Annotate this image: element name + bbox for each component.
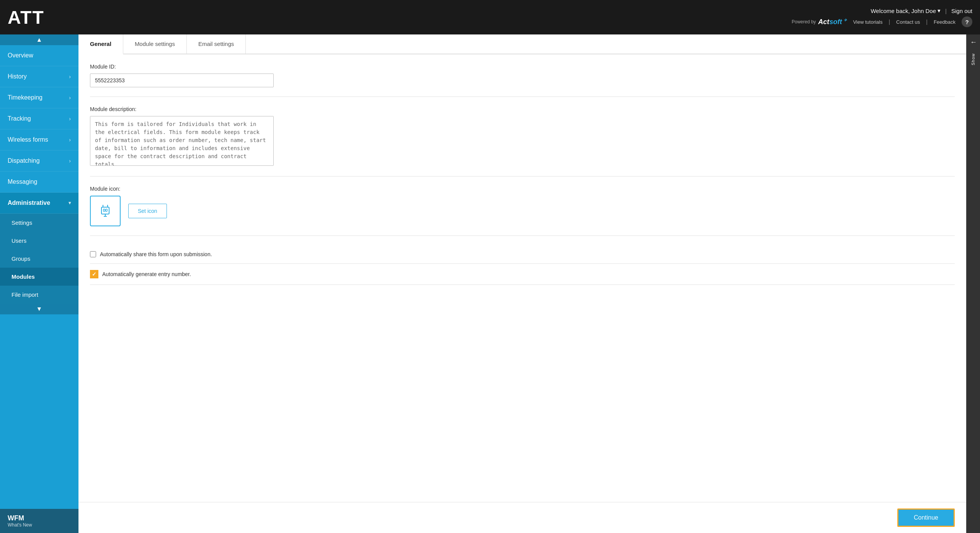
chevron-right-icon: ›	[69, 158, 71, 164]
actsoft-logo: Actsoft ✈	[818, 18, 847, 26]
tab-module-settings[interactable]: Module settings	[123, 34, 187, 54]
form-content: Module ID: Module description: This form…	[78, 54, 966, 502]
sidebar-sub-groups[interactable]: Groups	[0, 250, 78, 268]
sidebar-item-overview[interactable]: Overview	[0, 45, 78, 66]
chevron-right-icon: ›	[69, 95, 71, 101]
sidebar-item-dispatching[interactable]: Dispatching ›	[0, 150, 78, 172]
powered-by: Powered by Actsoft ✈	[792, 18, 847, 26]
form-footer: Continue	[78, 502, 966, 533]
checkbox-entry-row: Automatically generate entry number.	[90, 264, 955, 285]
app-logo: ATT	[8, 7, 44, 28]
svg-rect-6	[106, 209, 107, 211]
plug-icon	[95, 201, 115, 221]
sidebar-footer: WFM What's New	[0, 509, 78, 533]
sidebar-sub-file-import[interactable]: File import	[0, 286, 78, 304]
header-right: Welcome back, John Doe ▾ | Sign out Powe…	[792, 7, 972, 27]
header-bottom-row: Powered by Actsoft ✈ View tutorials | Co…	[792, 16, 972, 27]
content-area: General Module settings Email settings M…	[78, 34, 966, 533]
help-button[interactable]: ?	[962, 16, 972, 27]
view-tutorials-link[interactable]: View tutorials	[853, 19, 882, 25]
auto-share-checkbox[interactable]	[90, 251, 96, 257]
checkbox-share-row: Automatically share this form upon submi…	[90, 245, 955, 264]
header: ATT Welcome back, John Doe ▾ | Sign out …	[0, 0, 980, 34]
sidebar: ▲ Overview History › Timekeeping › Track…	[0, 34, 78, 533]
svg-rect-5	[103, 209, 105, 211]
module-icon-label: Module icon:	[90, 186, 955, 192]
header-top-row: Welcome back, John Doe ▾ | Sign out	[871, 7, 972, 14]
module-id-label: Module ID:	[90, 64, 955, 70]
show-label: Show	[971, 50, 975, 69]
module-description-section: Module description: This form is tailore…	[90, 106, 955, 177]
sidebar-item-tracking[interactable]: Tracking ›	[0, 108, 78, 129]
module-description-label: Module description:	[90, 106, 955, 112]
header-divider1: |	[945, 8, 947, 14]
module-id-section: Module ID:	[90, 64, 955, 97]
module-icon-section: Module icon:	[90, 186, 955, 236]
welcome-user[interactable]: Welcome back, John Doe ▾	[871, 7, 941, 14]
chevron-right-icon: ›	[69, 137, 71, 143]
chevron-right-icon: ›	[69, 116, 71, 122]
auto-entry-label: Automatically generate entry number.	[102, 271, 191, 277]
tab-email-settings[interactable]: Email settings	[187, 34, 246, 54]
auto-entry-checkbox[interactable]	[90, 270, 98, 278]
chevron-right-icon: ›	[69, 74, 71, 80]
sidebar-item-administrative[interactable]: Administrative ▾	[0, 193, 78, 214]
sign-out-link[interactable]: Sign out	[951, 8, 972, 14]
main-layout: ▲ Overview History › Timekeeping › Track…	[0, 34, 980, 533]
right-panel: ← Show	[966, 34, 980, 533]
sidebar-item-history[interactable]: History ›	[0, 66, 78, 87]
sidebar-sub-modules[interactable]: Modules	[0, 268, 78, 286]
sidebar-sub-settings[interactable]: Settings	[0, 214, 78, 232]
module-icon-container: Set icon	[90, 196, 955, 226]
tab-general[interactable]: General	[78, 34, 123, 54]
auto-share-label: Automatically share this form upon submi…	[100, 251, 212, 257]
set-icon-button[interactable]: Set icon	[128, 204, 167, 218]
sidebar-scroll-up[interactable]: ▲	[0, 34, 78, 45]
continue-button[interactable]: Continue	[897, 508, 955, 527]
module-description-textarea[interactable]: This form is tailored for Individuals th…	[90, 116, 274, 166]
svg-rect-0	[101, 207, 109, 214]
sidebar-item-messaging[interactable]: Messaging	[0, 172, 78, 193]
module-icon-box	[90, 196, 121, 226]
right-panel-arrow[interactable]: ←	[966, 34, 980, 50]
chevron-down-icon: ▾	[69, 200, 71, 206]
tabs-bar: General Module settings Email settings	[78, 34, 966, 54]
contact-us-link[interactable]: Contact us	[896, 19, 920, 25]
sidebar-scroll-down[interactable]: ▼	[0, 304, 78, 314]
sidebar-item-timekeeping[interactable]: Timekeeping ›	[0, 87, 78, 108]
module-id-input[interactable]	[90, 74, 274, 87]
sidebar-item-wireless-forms[interactable]: Wireless forms ›	[0, 129, 78, 150]
feedback-link[interactable]: Feedback	[934, 19, 956, 25]
sidebar-sub-users[interactable]: Users	[0, 232, 78, 250]
